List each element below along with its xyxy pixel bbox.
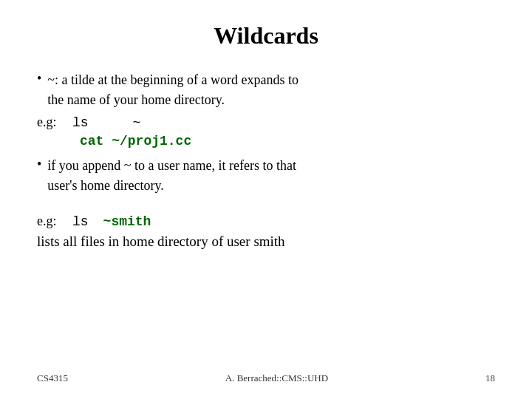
- eg-line-2: e.g: ls ~smith: [37, 214, 495, 229]
- eg1-label: e.g:: [37, 115, 66, 130]
- lists-line: lists all files in home directory of use…: [37, 233, 495, 250]
- eg1-cmd2: cat ~/proj1.cc: [80, 134, 191, 149]
- slide-footer: CS4315 A. Berrached::CMS::UHD 18: [37, 365, 495, 384]
- eg2-arg: ~smith: [103, 214, 151, 229]
- eg2-label: e.g:: [37, 214, 66, 229]
- eg1-tilde: ~: [133, 115, 141, 130]
- footer-left: CS4315: [37, 372, 68, 384]
- eg2-cmd: ls: [72, 214, 89, 229]
- bullet-2-line1: if you append ~ to a user name, it refer…: [47, 158, 296, 173]
- bullet-1-line1: ~: a tilde at the beginning of a word ex…: [47, 72, 299, 87]
- eg1-cmd2-line: cat ~/proj1.cc: [80, 133, 495, 149]
- bullet-item-1: • ~: a tilde at the beginning of a word …: [37, 70, 495, 110]
- bullet-item-2: • if you append ~ to a user name, it ref…: [37, 156, 495, 196]
- eg1-cmd1: ls: [72, 115, 89, 130]
- slide-title: Wildcards: [37, 22, 495, 50]
- bullet-2-marker: •: [37, 157, 41, 172]
- bullet-2-line2: user's home directory.: [47, 178, 164, 193]
- slide-content: • ~: a tilde at the beginning of a word …: [37, 70, 495, 365]
- bullet-1-marker: •: [37, 71, 41, 86]
- footer-center: A. Berrached::CMS::UHD: [225, 372, 328, 384]
- bullet-1-text: ~: a tilde at the beginning of a word ex…: [47, 70, 299, 110]
- eg-line-1: e.g: ls ~: [37, 115, 495, 130]
- bullet-2-text: if you append ~ to a user name, it refer…: [47, 156, 296, 196]
- bullet-1-line2: the name of your home directory.: [47, 92, 225, 107]
- footer-right: 18: [485, 372, 495, 384]
